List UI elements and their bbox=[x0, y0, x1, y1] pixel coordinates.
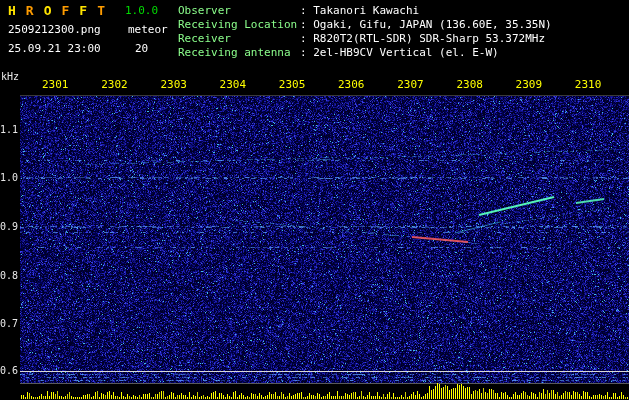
time-tick-label: 2305 bbox=[279, 79, 306, 90]
info-value-antenna: 2el-HB9CV Vertical (el. E-W) bbox=[300, 46, 499, 59]
app-title-letter: F bbox=[79, 3, 87, 18]
freq-tick-label: 0.7 bbox=[0, 319, 18, 329]
freq-tick-label: 0.9 bbox=[0, 222, 18, 232]
info-row-observer: Observer Takanori Kawachi bbox=[178, 4, 628, 17]
freq-tick-label: 1.0 bbox=[0, 173, 18, 183]
info-label-receiver: Receiver bbox=[178, 32, 231, 45]
freq-tick-label: 0.6 bbox=[0, 366, 18, 376]
time-tick-label: 2308 bbox=[456, 79, 483, 90]
info-label-observer: Observer bbox=[178, 4, 231, 17]
mode-label: meteor bbox=[128, 24, 168, 35]
freq-tick-label: 0.8 bbox=[0, 271, 18, 281]
freq-axis-unit: kHz bbox=[1, 72, 19, 82]
info-value-observer: Takanori Kawachi bbox=[300, 4, 419, 17]
info-value-location: Ogaki, Gifu, JAPAN (136.60E, 35.35N) bbox=[300, 18, 552, 31]
info-row-location: Receiving Location Ogaki, Gifu, JAPAN (1… bbox=[178, 18, 628, 31]
time-tick-label: 2302 bbox=[101, 79, 128, 90]
info-value-receiver: R820T2(RTL-SDR) SDR-Sharp 53.372MHz bbox=[300, 32, 545, 45]
time-tick-label: 2310 bbox=[575, 79, 602, 90]
app-title: HROFFT bbox=[8, 4, 115, 17]
datetime-label: 25.09.21 23:00 bbox=[8, 43, 101, 54]
version-label: 1.0.0 bbox=[125, 5, 158, 16]
time-tick-label: 2307 bbox=[397, 79, 424, 90]
app-title-letter: O bbox=[44, 3, 52, 18]
app-title-letter: F bbox=[61, 3, 69, 18]
app-title-letter: R bbox=[26, 3, 34, 18]
echo-count-label: 20 bbox=[135, 43, 148, 54]
freq-tick-label: 1.1 bbox=[0, 125, 18, 135]
spectrogram-canvas bbox=[0, 0, 629, 400]
hrofft-screen: HROFFT 1.0.0 2509212300.png meteor 25.09… bbox=[0, 0, 629, 400]
time-tick-label: 2309 bbox=[516, 79, 543, 90]
info-label-location: Receiving Location bbox=[178, 18, 297, 31]
time-tick-label: 2301 bbox=[42, 79, 69, 90]
app-title-letter: T bbox=[97, 3, 105, 18]
time-tick-label: 2303 bbox=[160, 79, 187, 90]
time-tick-label: 2304 bbox=[220, 79, 247, 90]
info-label-antenna: Receiving antenna bbox=[178, 46, 291, 59]
app-title-letter: H bbox=[8, 3, 16, 18]
info-row-receiver: Receiver R820T2(RTL-SDR) SDR-Sharp 53.37… bbox=[178, 32, 628, 45]
filename-label: 2509212300.png bbox=[8, 24, 101, 35]
time-tick-label: 2306 bbox=[338, 79, 365, 90]
info-row-antenna: Receiving antenna 2el-HB9CV Vertical (el… bbox=[178, 46, 628, 59]
